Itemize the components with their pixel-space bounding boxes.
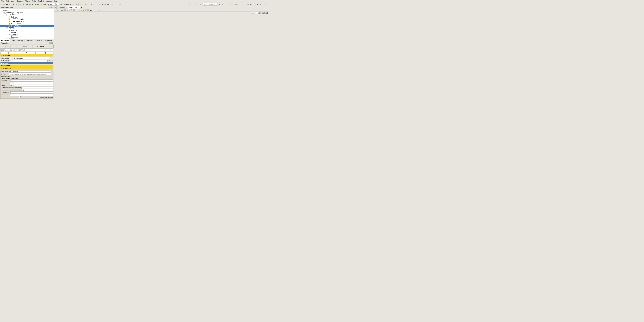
save-icon[interactable]: 💾 — [3, 3, 6, 6]
contour-icon[interactable]: ◐ — [82, 3, 84, 6]
property-tab[interactable]: Display — [16, 39, 24, 42]
delete-button[interactable]: ✖Delete — [32, 45, 48, 48]
hmax-input[interactable] — [10, 82, 53, 84]
zoom-to-data-icon[interactable]: ⊡ — [188, 3, 191, 6]
menu-file[interactable]: File — [0, 0, 5, 2]
save-props-icon[interactable]: 💾 — [36, 52, 54, 54]
reset-button[interactable]: ⊘Reset — [16, 45, 32, 48]
scripting-section-header[interactable]: ▶Scripting — [0, 62, 54, 64]
color-map-icon[interactable]: 🎨 — [247, 3, 250, 6]
view-toggle-2[interactable]: ◲ — [253, 12, 256, 14]
copy-icon[interactable]: 📋 — [114, 3, 116, 6]
stl-file-input[interactable] — [9, 73, 51, 75]
calculator-icon[interactable]: 🧮 — [79, 3, 82, 6]
layout-tab-1[interactable]: Layout #1✕ — [56, 6, 68, 9]
ruler-icon[interactable]: 📏 — [68, 9, 70, 11]
expander-icon[interactable]: − — [3, 12, 4, 13]
group-icon[interactable]: ⊞ — [104, 3, 106, 6]
layout-grid-icon[interactable]: ▦ — [54, 6, 56, 9]
select-block-icon[interactable]: ▦ — [82, 9, 84, 11]
x-neg-icon[interactable]: ✕ — [221, 3, 224, 6]
output-icon[interactable]: 🗎 — [259, 3, 262, 6]
tree-item[interactable]: ↗Quantities — [0, 34, 54, 36]
tcae-icon-1[interactable]: 📁 — [263, 3, 266, 6]
tree-item[interactable]: 🖥builtin: — [0, 9, 54, 12]
z-axis-icon[interactable]: ⊙ — [229, 3, 232, 6]
tree-item[interactable]: ◧CFD Geometry — [0, 18, 54, 20]
adjust-icon[interactable]: ⚙ — [250, 3, 252, 6]
paste-props-icon[interactable]: ⟳ — [18, 52, 36, 54]
save-state-icon[interactable]: 🗎 — [8, 3, 11, 6]
layout-add-button[interactable]: + — [80, 6, 83, 9]
representation-dropdown[interactable]: Representation ▼ — [203, 3, 217, 6]
property-tab[interactable]: Multi-block Inspector — [35, 39, 54, 42]
tree-item[interactable]: ⚙Settings — [0, 16, 54, 18]
scale-factor-input[interactable] — [10, 60, 48, 62]
python-icon[interactable]: ▸ — [256, 3, 259, 6]
last-frame-icon[interactable]: ⏭ — [37, 3, 39, 6]
find-icon[interactable]: 🔍 — [119, 3, 121, 6]
opt2d-input[interactable] — [10, 92, 53, 94]
minus-icon[interactable]: − — [96, 9, 98, 11]
open-icon[interactable]: 📂 — [0, 3, 3, 6]
disconnect-icon[interactable]: ⛓ — [22, 3, 24, 6]
property-tab[interactable]: Properties — [0, 39, 10, 42]
threshold-icon[interactable]: ▦ — [90, 3, 93, 6]
help-button[interactable]: ? — [49, 45, 54, 48]
first-frame-icon[interactable]: ⏮ — [26, 3, 28, 6]
view-toggle-1[interactable]: ◱ — [251, 12, 253, 14]
select-points-icon[interactable]: ⸬ — [78, 9, 80, 11]
property-tab[interactable]: Information — [24, 39, 35, 42]
split-v-icon[interactable]: ⬒ — [59, 9, 61, 11]
hmin-input[interactable] — [10, 84, 53, 86]
pipeline-tree[interactable]: 🖥builtin:−centrifugal-pump.tcae−TMESH1⚙S… — [0, 9, 54, 39]
select-cells-icon[interactable]: ⬚ — [76, 9, 78, 11]
tree-item[interactable]: 〰Residuals — [0, 36, 54, 38]
hover-icon[interactable]: 👆 — [84, 9, 87, 11]
slice-icon[interactable]: ◫ — [88, 3, 90, 6]
general-section-header[interactable]: ▼GENERAL — [0, 54, 54, 56]
fit-icon[interactable]: ⊡ — [243, 3, 246, 6]
save-screenshot-icon[interactable]: 📷 — [6, 3, 8, 6]
apply-button[interactable]: ✔Apply — [0, 45, 16, 48]
tree-item[interactable]: ●▦FEA Mesh — [0, 25, 54, 27]
z-neg-icon[interactable]: ⊗ — [232, 3, 234, 6]
next-frame-icon[interactable]: ▶ — [34, 3, 36, 6]
zoom-icon[interactable]: 🔍 — [72, 3, 75, 6]
expander-icon[interactable]: − — [5, 14, 6, 16]
redo-icon[interactable]: ↷ — [15, 3, 18, 6]
prev-frame-icon[interactable]: ◀ — [28, 3, 31, 6]
recompute-normals-checkbox[interactable] — [1, 96, 39, 98]
tree-item[interactable]: ▦CFD Mesh — [0, 22, 54, 25]
fea-mesh-section-header[interactable]: ▼FEA MESH — [0, 67, 54, 70]
render-icon[interactable]: ⬚ — [54, 9, 56, 11]
paste-icon[interactable]: 📄 — [116, 3, 118, 6]
properties-search-input[interactable] — [0, 48, 51, 51]
menu-tools[interactable]: Tools — [31, 0, 37, 2]
loop-icon[interactable]: 🔁 — [40, 3, 42, 6]
opt3d-input[interactable] — [10, 94, 53, 96]
connect-icon[interactable]: 🔗 — [19, 3, 22, 6]
menu-view[interactable]: View — [10, 0, 16, 2]
frame-value-input[interactable] — [56, 3, 59, 6]
cfd-mesh-section-header[interactable]: ▶CFD MESH — [0, 64, 54, 67]
mesh-input-select[interactable] — [9, 70, 51, 72]
undo-icon[interactable]: ↶ — [12, 3, 15, 6]
menu-macros[interactable]: Macros — [45, 0, 52, 2]
maximize-icon[interactable]: ⛶ — [61, 9, 63, 11]
stream-icon[interactable]: 〰 — [98, 3, 101, 6]
extract-icon[interactable]: ⬚ — [93, 3, 96, 6]
mesh-output-select[interactable] — [10, 57, 50, 59]
panel-close-icon[interactable]: ✕ — [52, 7, 53, 8]
menu-sources[interactable]: Sources — [16, 0, 24, 2]
visibility-toggle[interactable] — [8, 18, 10, 20]
panel-float-icon[interactable]: ◱ — [49, 42, 51, 44]
copy-props-icon[interactable]: 📋 — [0, 52, 18, 54]
center-icon[interactable]: ⊕ — [66, 9, 68, 11]
selection-tool-icon[interactable]: ⬚ — [111, 3, 113, 6]
reload-icon[interactable]: ⟳ — [252, 3, 255, 6]
max-div-input[interactable] — [22, 89, 53, 91]
min-div-input[interactable] — [22, 87, 53, 89]
panel-close-icon[interactable]: ✕ — [52, 42, 53, 44]
search-clear-icon[interactable] — [51, 48, 54, 51]
